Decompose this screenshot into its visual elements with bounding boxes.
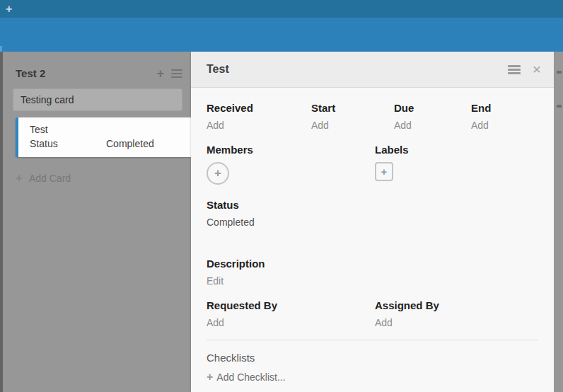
list-menu-icon[interactable] (171, 69, 182, 78)
card-details-body: Received Add Start Add Due Add End Add (191, 102, 554, 392)
assigned-by-label: Assigned By (375, 299, 538, 312)
card-field-label: Status (30, 138, 106, 149)
labels-label: Labels (375, 144, 538, 156)
next-list-clipped (554, 52, 563, 392)
requested-by-section: Requested By Add (207, 299, 375, 329)
list-title: Test 2 (16, 67, 156, 79)
card-title: Testing card (21, 94, 74, 105)
add-card-label: Add Card (29, 173, 71, 184)
sidebar-toggle-nub (0, 46, 2, 52)
plus-icon: + (214, 166, 221, 180)
section-divider (207, 340, 538, 340)
requested-by-label: Requested By (207, 299, 375, 312)
checklists-section: Checklists + Add Checklist... (207, 352, 538, 384)
card-field-value: Completed (106, 138, 154, 149)
list-header: Test 2 + (3, 52, 191, 79)
add-card-button[interactable]: + Add Card (16, 171, 191, 185)
date-field-start: Start Add (311, 102, 394, 132)
labels-section: Labels + (375, 144, 538, 185)
date-label: Received (207, 102, 311, 115)
status-label: Status (207, 199, 538, 212)
board-header-bar (0, 18, 563, 52)
card-details-header: Test × (191, 52, 554, 88)
add-checklist-button[interactable]: + Add Checklist... (207, 371, 538, 384)
assigned-by-section: Assigned By Add (375, 299, 538, 329)
description-edit-link[interactable]: Edit (207, 275, 538, 287)
card-field-row: Status Completed (30, 138, 182, 149)
date-add-link[interactable]: Add (311, 120, 394, 132)
date-field-received: Received Add (207, 102, 311, 132)
plus-icon: + (381, 166, 388, 178)
card-testing-card[interactable]: Testing card (13, 88, 182, 111)
requested-by-add-link[interactable]: Add (207, 317, 375, 329)
date-label: End (471, 102, 538, 115)
board-canvas: Test 2 + Testing card Test Status Comple… (0, 52, 563, 392)
date-label: Due (394, 102, 471, 115)
members-section: Members + (207, 144, 375, 185)
description-section: Description Edit (207, 258, 538, 287)
date-field-due: Due Add (394, 102, 471, 132)
card-title: Test (30, 124, 182, 135)
card-details-title: Test (207, 63, 508, 76)
add-checklist-label: Add Checklist... (216, 371, 285, 383)
date-add-link[interactable]: Add (471, 120, 538, 132)
requested-assigned-row: Requested By Add Assigned By Add (207, 299, 538, 329)
plus-icon: + (207, 371, 213, 384)
members-label: Members (207, 144, 375, 156)
list-test-2: Test 2 + Testing card Test Status Comple… (3, 52, 191, 392)
description-label: Description (207, 258, 538, 270)
status-section: Status Completed (207, 199, 538, 229)
date-add-link[interactable]: Add (394, 120, 471, 132)
status-value[interactable]: Completed (207, 217, 538, 229)
card-test-selected[interactable]: Test Status Completed (16, 117, 191, 157)
card-details-panel: Test × Received Add Start Add Due Add (191, 52, 554, 392)
date-add-link[interactable]: Add (207, 120, 311, 132)
checklists-label: Checklists (207, 352, 538, 364)
plus-icon: + (16, 171, 23, 185)
top-navbar: + (0, 0, 563, 18)
clipped-list-icon-mark (557, 105, 562, 108)
assigned-by-add-link[interactable]: Add (375, 317, 538, 329)
card-details-menu-icon[interactable] (508, 65, 521, 74)
members-labels-row: Members + Labels + (207, 144, 538, 185)
add-board-icon[interactable]: + (6, 1, 12, 17)
date-field-end: End Add (471, 102, 538, 132)
close-icon[interactable]: × (533, 63, 541, 76)
add-member-button[interactable]: + (207, 162, 229, 185)
add-label-button[interactable]: + (375, 162, 393, 181)
clipped-list-icon-mark (557, 71, 562, 74)
dates-row: Received Add Start Add Due Add End Add (207, 102, 538, 132)
list-add-card-icon[interactable]: + (156, 69, 164, 79)
date-label: Start (311, 102, 394, 115)
